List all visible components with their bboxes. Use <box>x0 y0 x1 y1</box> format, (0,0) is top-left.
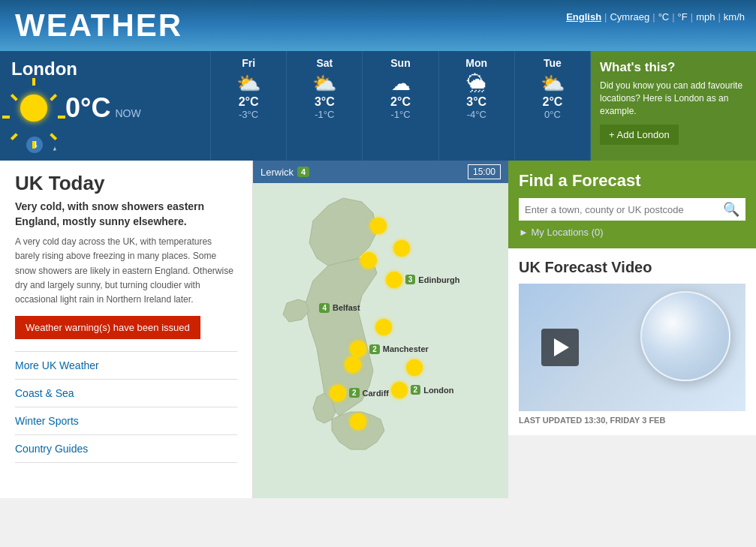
cardiff-badge: 2 <box>349 388 360 398</box>
nav-link-country-guides[interactable]: Country Guides <box>15 435 237 463</box>
warning-button[interactable]: Weather warning(s) have been issued <box>15 316 200 339</box>
lang-cymraeg[interactable]: Cymraeg <box>610 11 649 23</box>
my-locations-arrow: ► <box>519 227 529 238</box>
find-forecast-title: Find a Forecast <box>519 171 745 191</box>
temp-display: 0°C NOW <box>65 92 141 124</box>
crystal-ball-image <box>640 291 730 381</box>
day-weather-icon: ☁ <box>391 72 411 95</box>
day-low-temp: -3°C <box>239 109 258 120</box>
day-weather-icon: ⛅ <box>541 72 565 95</box>
day-name: Tue <box>544 57 562 69</box>
day-name: Sun <box>390 57 410 69</box>
day-name: Fri <box>242 57 255 69</box>
day-weather-icon: ⛅ <box>236 72 261 95</box>
map-sun-7 <box>350 413 366 430</box>
forecast-day-sat[interactable]: Sat ⛅ 3°C -1°C <box>287 51 363 161</box>
unit-mph[interactable]: mph <box>696 11 715 23</box>
uk-map[interactable]: 3 Edinburgh 4 Belfast 2 Manchester 2 Car… <box>253 183 508 498</box>
map-location-name: Lerwick <box>261 167 294 178</box>
london-sun-icon <box>391 382 408 398</box>
lang-english[interactable]: English <box>566 11 601 23</box>
map-time-badge: 15:00 <box>468 164 501 179</box>
map-location-badge: 4 <box>297 167 309 177</box>
video-title: UK Forecast Video <box>519 259 745 276</box>
day-weather-icon: 🌦 <box>467 72 486 95</box>
nav-link-winter-sports[interactable]: Winter Sports <box>15 407 237 435</box>
day-low-temp: 0°C <box>544 109 561 120</box>
current-label: NOW <box>115 107 140 119</box>
video-updated-text: LAST UPDATED 13:30, FRIDAY 3 FEB <box>519 416 745 425</box>
manchester-sun-icon <box>350 341 366 357</box>
day-high-temp: 2°C <box>239 95 259 109</box>
manchester-badge: 2 <box>369 344 380 354</box>
current-temp: 0°C <box>65 92 110 124</box>
whats-this-title: What's this? <box>600 60 747 75</box>
city-manchester: 2 Manchester <box>350 341 429 357</box>
map-area: Lerwick 4 15:00 3 <box>253 161 508 498</box>
edinburgh-label: Edinburgh <box>418 275 459 284</box>
london-badge: 2 <box>411 385 421 395</box>
current-location-name: London <box>11 59 199 80</box>
map-header: Lerwick 4 15:00 <box>253 161 508 183</box>
whats-this-box: What's this? Did you know you can add fa… <box>591 51 756 161</box>
day-high-temp: 3°C <box>466 95 486 109</box>
belfast-badge: 4 <box>319 303 330 313</box>
day-low-temp: -1°C <box>390 109 410 120</box>
my-locations-link[interactable]: ► My Locations (0) <box>519 227 745 238</box>
search-icon[interactable]: 🔍 <box>723 201 739 218</box>
map-sun-2 <box>393 240 410 257</box>
day-high-temp: 3°C <box>315 95 335 109</box>
map-sun-4 <box>375 319 392 335</box>
current-temp-row: 0°C NOW <box>11 86 199 131</box>
current-weather: London 0°C NOW 4 <box>0 51 210 161</box>
right-panel: Find a Forecast 🔍 ► My Locations (0) UK … <box>508 161 756 498</box>
uk-today-subtitle: Very cold, with snow showers eastern Eng… <box>15 200 237 229</box>
cardiff-label: Cardiff <box>363 389 389 398</box>
unit-kmh[interactable]: km/h <box>724 11 745 23</box>
unit-fahrenheit[interactable]: °F <box>678 11 688 23</box>
find-forecast-section: Find a Forecast 🔍 ► My Locations (0) <box>508 161 756 248</box>
city-cardiff: 2 Cardiff <box>330 385 389 401</box>
city-edinburgh: 3 Edinburgh <box>386 272 460 288</box>
edinburgh-badge: 3 <box>405 275 416 284</box>
nav-links: More UK WeatherCoast & SeaWinter SportsC… <box>15 351 237 463</box>
search-box: 🔍 <box>519 198 745 221</box>
forecast-days: Fri ⛅ 2°C -3°C Sat ⛅ 3°C -1°C Sun ☁ 2°C … <box>210 51 591 161</box>
edinburgh-sun-icon <box>386 272 402 288</box>
belfast-label: Belfast <box>333 303 360 312</box>
day-high-temp: 2°C <box>542 95 562 109</box>
city-london: 2 London <box>391 382 454 398</box>
current-sun-icon <box>11 86 56 131</box>
left-panel: UK Today Very cold, with snow showers ea… <box>0 161 253 498</box>
forecast-day-mon[interactable]: Mon 🌦 3°C -4°C <box>439 51 515 161</box>
my-locations-text: My Locations (0) <box>532 227 604 238</box>
forecast-day-tue[interactable]: Tue ⛅ 2°C 0°C <box>515 51 591 161</box>
play-button[interactable] <box>541 329 579 366</box>
main-content: UK Today Very cold, with snow showers ea… <box>0 161 756 498</box>
add-london-button[interactable]: + Add London <box>600 125 679 145</box>
day-name: Mon <box>465 57 487 69</box>
play-icon <box>554 338 569 356</box>
day-low-temp: -1°C <box>315 109 334 120</box>
nav-link-coast-&-sea[interactable]: Coast & Sea <box>15 380 237 407</box>
city-belfast: 4 Belfast <box>319 303 360 313</box>
day-weather-icon: ⛅ <box>312 72 336 95</box>
forecast-day-sun[interactable]: Sun ☁ 2°C -1°C <box>363 51 438 161</box>
language-bar: English | Cymraeg | °C | °F | mph | km/h <box>566 11 745 23</box>
forecast-day-fri[interactable]: Fri ⛅ 2°C -3°C <box>211 51 287 161</box>
uk-today-title: UK Today <box>15 172 237 195</box>
london-label: London <box>423 386 453 395</box>
day-high-temp: 2°C <box>390 95 411 109</box>
header: WEATHER English | Cymraeg | °C | °F | mp… <box>0 0 756 51</box>
uk-today-description: A very cold day across the UK, with temp… <box>15 235 237 307</box>
day-name: Sat <box>316 57 333 69</box>
unit-celsius[interactable]: °C <box>658 11 670 23</box>
nav-link-more-uk-weather[interactable]: More UK Weather <box>15 352 237 380</box>
video-thumbnail[interactable] <box>519 284 745 411</box>
weather-bar: London 0°C NOW 4 <box>0 51 756 161</box>
manchester-label: Manchester <box>383 344 429 353</box>
day-low-temp: -4°C <box>467 109 486 120</box>
search-input[interactable] <box>525 204 718 215</box>
cardiff-sun-icon <box>330 385 346 401</box>
video-section: UK Forecast Video LAST UPDATED 13:30, FR… <box>508 248 756 435</box>
